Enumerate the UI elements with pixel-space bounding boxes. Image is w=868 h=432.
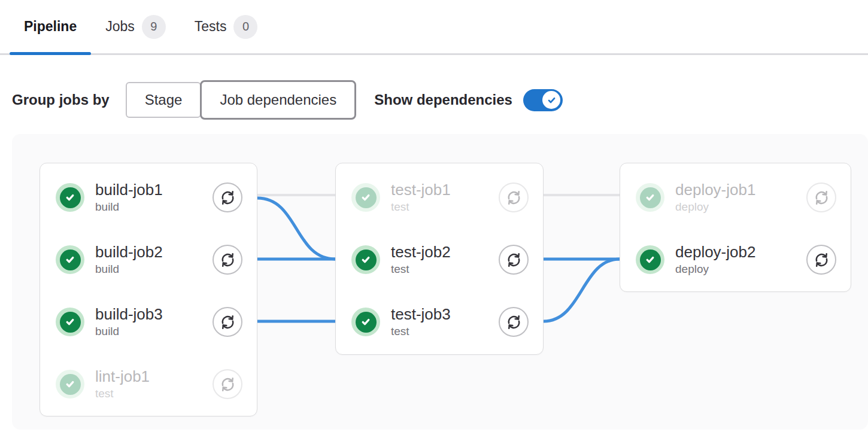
status-success-icon	[636, 245, 664, 274]
job-stage: test	[391, 325, 451, 338]
job-row-build-job2[interactable]: build-job2 build	[40, 229, 257, 291]
tests-count-badge: 0	[233, 15, 257, 39]
check-icon	[64, 316, 76, 328]
check-icon	[360, 254, 372, 266]
job-row-build-job1[interactable]: build-job1 build	[40, 166, 257, 229]
retry-icon	[506, 190, 522, 206]
job-stage: deploy	[675, 263, 755, 276]
retry-icon	[220, 314, 236, 330]
edge-test-job3-to-deploy-job2	[544, 259, 620, 321]
status-success-icon	[351, 308, 380, 336]
retry-job-button[interactable]	[806, 245, 836, 275]
check-icon	[644, 191, 656, 203]
show-dependencies-toggle[interactable]	[523, 89, 563, 111]
status-success-icon	[56, 245, 84, 274]
check-icon	[546, 95, 557, 106]
tab-label: Tests	[195, 19, 227, 35]
retry-icon	[814, 190, 830, 206]
group-by-segmented-control: Stage Job dependencies	[126, 80, 357, 120]
check-icon	[64, 254, 76, 266]
pipeline-graph: build-job1 build build-job2 build	[12, 134, 868, 430]
retry-job-button[interactable]	[213, 245, 242, 275]
job-name: deploy-job1	[675, 181, 755, 199]
check-icon	[64, 378, 76, 390]
show-dependencies-label: Show dependencies	[374, 92, 512, 108]
tab-label: Jobs	[105, 19, 135, 35]
check-icon	[360, 316, 372, 328]
job-group-card: build-job1 build build-job2 build	[40, 163, 257, 416]
job-name: test-job1	[391, 181, 451, 199]
status-success-icon	[351, 245, 380, 274]
job-row-deploy-job2[interactable]: deploy-job2 deploy	[620, 229, 851, 291]
group-by-stage-button[interactable]: Stage	[126, 82, 202, 118]
job-group-card: deploy-job1 deploy deploy-job2 deploy	[620, 163, 851, 292]
retry-job-button[interactable]	[499, 307, 529, 337]
job-name: build-job2	[95, 244, 163, 261]
tab-tests[interactable]: Tests 0	[180, 0, 272, 53]
job-row-test-job3[interactable]: test-job3 test	[336, 291, 543, 353]
jobs-count-badge: 9	[142, 15, 166, 39]
tab-label: Pipeline	[24, 19, 77, 35]
check-icon	[64, 191, 76, 203]
status-success-icon	[636, 183, 664, 212]
tab-bar: Pipeline Jobs 9 Tests 0	[0, 0, 868, 55]
job-stage: build	[95, 325, 163, 338]
job-row-test-job1[interactable]: test-job1 test	[336, 166, 543, 229]
job-row-deploy-job1[interactable]: deploy-job1 deploy	[620, 166, 851, 229]
job-stage: build	[95, 263, 163, 276]
job-row-build-job3[interactable]: build-job3 build	[40, 291, 257, 353]
retry-icon	[506, 314, 522, 330]
retry-icon	[506, 252, 522, 268]
group-jobs-by-label: Group jobs by	[12, 92, 110, 108]
job-stage: test	[391, 200, 451, 214]
status-success-icon	[351, 183, 380, 212]
toggle-knob	[542, 91, 560, 109]
job-group-card: test-job1 test test-job2 test	[335, 163, 544, 355]
job-name: deploy-job2	[675, 244, 755, 261]
retry-job-button[interactable]	[213, 369, 242, 399]
graph-controls: Group jobs by Stage Job dependencies Sho…	[12, 80, 868, 120]
retry-job-button[interactable]	[213, 307, 242, 337]
tab-pipeline[interactable]: Pipeline	[10, 0, 91, 53]
status-success-icon	[56, 308, 84, 336]
retry-job-button[interactable]	[806, 182, 836, 212]
job-name: build-job1	[95, 181, 163, 199]
retry-icon	[220, 252, 236, 268]
job-row-lint-job1[interactable]: lint-job1 test	[40, 353, 257, 415]
check-icon	[644, 254, 656, 266]
job-name: test-job2	[391, 244, 451, 261]
job-stage: test	[391, 263, 451, 276]
retry-icon	[814, 252, 830, 268]
group-by-job-dependencies-button[interactable]: Job dependencies	[200, 80, 356, 120]
job-stage: deploy	[675, 200, 755, 214]
job-name: test-job3	[391, 306, 451, 324]
status-success-icon	[56, 183, 84, 212]
tab-jobs[interactable]: Jobs 9	[91, 0, 180, 53]
edge-build-job1-to-test-job2	[257, 198, 335, 259]
retry-job-button[interactable]	[499, 182, 529, 212]
job-stage: build	[95, 200, 163, 214]
retry-icon	[220, 376, 236, 393]
check-icon	[360, 191, 372, 203]
retry-job-button[interactable]	[213, 182, 242, 212]
job-name: lint-job1	[95, 368, 150, 386]
job-stage: test	[95, 387, 150, 400]
job-name: build-job3	[95, 306, 163, 324]
retry-job-button[interactable]	[499, 245, 529, 275]
retry-icon	[220, 190, 236, 206]
status-success-icon	[56, 370, 84, 398]
job-row-test-job2[interactable]: test-job2 test	[336, 229, 543, 291]
